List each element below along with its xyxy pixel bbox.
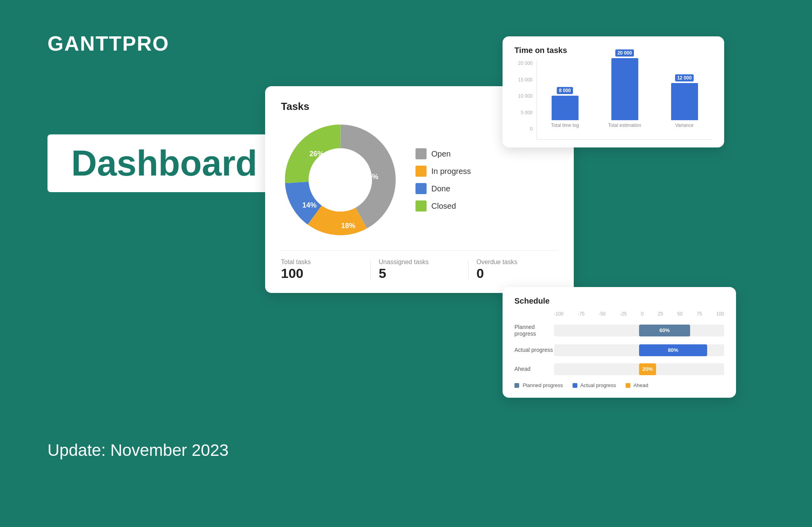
axis-label-neg75: -75 (578, 311, 584, 317)
legend-color-done (415, 183, 427, 194)
schedule-legend-planned: Planned progress (514, 382, 563, 388)
bar-chart-container: 0 5 000 10 000 15 000 20 000 8 000 Total… (514, 60, 712, 140)
y-label-3: 15 000 (514, 77, 533, 83)
legend-color-inprogress (415, 166, 427, 177)
bar-total-time-log: 8 000 Total time log (537, 49, 593, 128)
donut-chart: 42% 18% 14% 26% (281, 121, 400, 239)
y-label-4: 20 000 (514, 60, 533, 66)
schedule-track-ahead: 20% (554, 363, 724, 375)
legend-item-open: Open (415, 148, 471, 159)
axis-label-75: 75 (697, 311, 702, 317)
legend-color-closed (415, 200, 427, 212)
y-label-1: 5 000 (514, 110, 533, 115)
legend-color-open (415, 148, 427, 159)
schedule-bar-actual: 80% (639, 344, 707, 356)
ganttpro-logo: GANTTPRO (47, 32, 169, 55)
schedule-legend: Planned progress Actual progress Ahead (514, 382, 724, 388)
stat-total-tasks-label: Total tasks (281, 259, 311, 266)
legend-label-done: Done (431, 184, 450, 193)
bar-wrapper-1: 8 000 (537, 49, 593, 120)
y-label-0: 0 (514, 126, 533, 132)
axis-label-neg25: -25 (620, 311, 626, 317)
y-label-2: 10 000 (514, 93, 533, 99)
schedule-label-ahead: Ahead (514, 366, 554, 372)
schedule-title: Schedule (514, 297, 724, 306)
schedule-bar-planned: 60% (639, 325, 690, 336)
axis-label-0: 0 (641, 311, 644, 317)
axis-label-neg100: -100 (554, 311, 563, 317)
bar-3: 12 000 (671, 83, 698, 120)
dashboard-title: Dashboard (71, 144, 257, 183)
update-label: Update: November 2023 (47, 441, 229, 460)
legend-label-closed: Closed (431, 202, 456, 211)
tasks-footer: Total tasks 100 Unassigned tasks 5 Overd… (281, 250, 558, 281)
bar-total-estimation: 20 000 Total estimation (597, 49, 653, 128)
legend-item-done: Done (415, 183, 471, 194)
schedule-bar-actual-value: 80% (668, 347, 678, 353)
bar-label-2: Total estimation (608, 123, 641, 128)
stat-unassigned-label: Unassigned tasks (379, 259, 429, 266)
schedule-legend-actual: Actual progress (573, 382, 616, 388)
schedule-legend-label-actual: Actual progress (580, 382, 616, 388)
schedule-legend-label-ahead: Ahead (634, 382, 649, 388)
axis-label-100: 100 (716, 311, 724, 317)
schedule-label-planned: Planned progress (514, 324, 554, 337)
tasks-legend: Open In progress Done Closed (415, 148, 471, 212)
stat-total-tasks-value: 100 (281, 266, 304, 281)
stat-overdue-tasks: Overdue tasks 0 (476, 259, 558, 281)
legend-label-inprogress: In progress (431, 167, 471, 176)
stat-divider-2 (468, 260, 469, 280)
legend-item-inprogress: In progress (415, 166, 471, 177)
dashboard-title-box: Dashboard (47, 134, 281, 192)
bar-1: 8 000 (552, 96, 579, 120)
schedule-legend-dot-ahead (626, 383, 630, 388)
schedule-legend-ahead: Ahead (626, 382, 649, 388)
stat-total-tasks: Total tasks 100 (281, 259, 362, 281)
donut-pct-open: 42% (364, 173, 378, 181)
donut-pct-done: 14% (302, 201, 317, 209)
stat-overdue-value: 0 (476, 266, 484, 281)
bar-label-3: Variance (675, 123, 693, 128)
axis-label-neg50: -50 (599, 311, 605, 317)
schedule-label-actual: Actual progress (514, 347, 554, 353)
schedule-row-actual: Actual progress 80% (514, 344, 724, 356)
bar-label-1: Total time log (551, 123, 579, 128)
bar-wrapper-3: 12 000 (656, 49, 712, 120)
donut-svg: 42% 18% 14% 26% (281, 121, 400, 239)
schedule-track-actual: 80% (554, 344, 724, 356)
axis-label-50: 50 (677, 311, 682, 317)
schedule-bar-planned-value: 60% (659, 327, 670, 333)
donut-pct-closed: 26% (309, 150, 324, 158)
stat-divider-1 (370, 260, 371, 280)
bar-variance: 12 000 Variance (656, 49, 712, 128)
donut-pct-inprogress: 18% (341, 222, 355, 230)
legend-label-open: Open (431, 149, 451, 159)
stat-unassigned-value: 5 (379, 266, 386, 281)
time-card: Time on tasks 0 5 000 10 000 15 000 20 0… (503, 36, 724, 147)
bar-value-2: 20 000 (615, 49, 634, 57)
schedule-legend-dot-planned (514, 383, 519, 388)
bar-value-1: 8 000 (557, 87, 573, 94)
stat-unassigned-tasks: Unassigned tasks 5 (379, 259, 460, 281)
schedule-track-planned: 60% (554, 325, 724, 336)
legend-item-closed: Closed (415, 200, 471, 212)
schedule-axis: -100 -75 -50 -25 0 25 50 75 100 (514, 311, 724, 317)
schedule-card: Schedule -100 -75 -50 -25 0 25 50 75 100… (503, 287, 736, 398)
schedule-legend-dot-actual (573, 383, 577, 388)
schedule-row-planned: Planned progress 60% (514, 324, 724, 337)
donut-hole (309, 148, 372, 212)
schedule-row-ahead: Ahead 20% (514, 363, 724, 375)
schedule-legend-label-planned: Planned progress (523, 382, 563, 388)
bar-2: 20 000 (611, 58, 638, 120)
bar-wrapper-2: 20 000 (597, 49, 653, 120)
stat-overdue-label: Overdue tasks (476, 259, 517, 266)
schedule-bar-ahead-value: 20% (642, 366, 653, 372)
schedule-bar-ahead: 20% (639, 363, 656, 375)
axis-label-25: 25 (658, 311, 663, 317)
bar-value-3: 12 000 (675, 74, 694, 81)
